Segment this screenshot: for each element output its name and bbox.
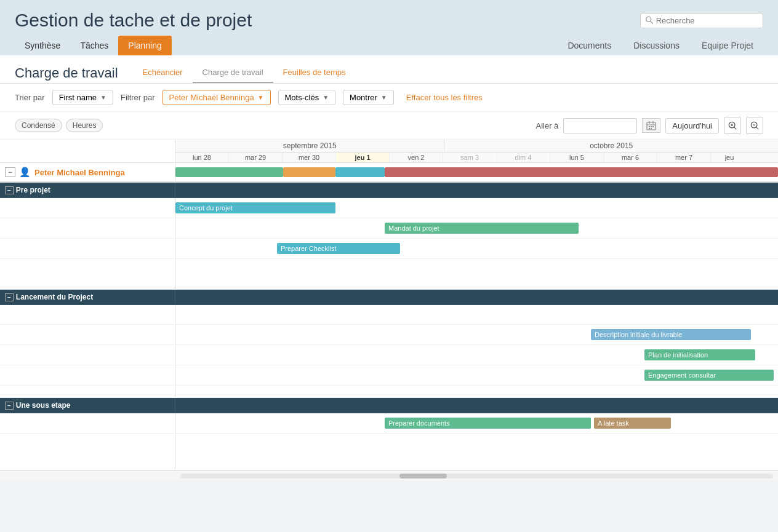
nav-equipe-projet[interactable]: Equipe Projet bbox=[692, 36, 763, 55]
filter-dropdown[interactable]: Peter Michael Benninga ▼ bbox=[162, 90, 271, 105]
task-row-engagement: Engagement consultar bbox=[0, 365, 778, 386]
task-bar-late[interactable]: A late task bbox=[594, 418, 671, 429]
resource-name[interactable]: Peter Michael Benninga bbox=[34, 168, 125, 177]
scrollbar-track[interactable] bbox=[180, 474, 773, 478]
zoom-out-btn[interactable] bbox=[746, 117, 763, 134]
section-pre-projet-title: Pre projet bbox=[16, 186, 50, 194]
task-lancement-empty-left bbox=[0, 305, 175, 324]
task-label-mandat bbox=[0, 218, 175, 238]
section-pre-projet-label: − Pre projet bbox=[0, 183, 175, 197]
nav-taches[interactable]: Tâches bbox=[70, 36, 118, 55]
day-lun28: lun 28 bbox=[175, 153, 229, 162]
section-lancement-toggle[interactable]: − bbox=[5, 293, 14, 301]
task-lancement-empty-right bbox=[175, 305, 778, 324]
empty-row-lancement bbox=[0, 386, 778, 398]
svg-rect-9 bbox=[649, 128, 650, 129]
filter-arrow-icon: ▼ bbox=[258, 94, 264, 101]
task-bar-engagement[interactable]: Engagement consultar bbox=[644, 370, 774, 381]
person-icon: 👤 bbox=[19, 167, 31, 178]
nav-discussions[interactable]: Discussions bbox=[624, 36, 689, 55]
section-sous-etape-bar-area bbox=[175, 398, 778, 413]
day-lun5: lun 5 bbox=[550, 153, 604, 162]
subheader: Charge de travail Echéancier Charge de t… bbox=[0, 55, 778, 84]
task-label-documents bbox=[0, 413, 175, 433]
show-arrow-icon: ▼ bbox=[381, 94, 387, 101]
controls-row: Condensé Heures Aller à Aujourd'hui bbox=[0, 112, 778, 140]
month-oct: octobre 2015 bbox=[444, 140, 778, 152]
task-bars-plan: Plan de initialisation bbox=[175, 345, 778, 365]
controls-left: Condensé Heures bbox=[15, 119, 103, 132]
calendar-icon[interactable] bbox=[642, 118, 660, 133]
section-souse-etape-header: − Une sous etape bbox=[0, 398, 778, 413]
tab-feuilles-temps[interactable]: Feuilles de temps bbox=[273, 63, 356, 83]
subheader-inner: Charge de travail Echéancier Charge de t… bbox=[15, 55, 763, 83]
condensed-btn[interactable]: Condensé bbox=[15, 119, 62, 132]
nav-left: Synthèse Tâches Planning bbox=[15, 36, 172, 55]
task-row-checklist: Preparer Checklist bbox=[0, 239, 778, 259]
today-btn[interactable]: Aujourd'hui bbox=[665, 118, 719, 133]
aller-label: Aller à bbox=[536, 121, 559, 130]
task-row-lancement-empty bbox=[0, 305, 778, 325]
section-lancement-title: Lancement du Project bbox=[16, 293, 93, 301]
controls-right: Aller à Aujourd'hui bbox=[536, 117, 764, 134]
svg-line-1 bbox=[651, 22, 653, 24]
svg-line-14 bbox=[734, 127, 737, 130]
clear-filters-btn[interactable]: Effacer tous les filtres bbox=[406, 93, 483, 102]
task-bar-description[interactable]: Description initiale du livrable bbox=[591, 329, 751, 340]
search-box[interactable] bbox=[640, 13, 763, 28]
day-mer30: mer 30 bbox=[283, 153, 336, 162]
task-bar-concept[interactable]: Concept du projet bbox=[175, 202, 335, 213]
empty-row-bottom bbox=[0, 434, 778, 470]
scrollbar-thumb[interactable] bbox=[399, 474, 447, 478]
section-sous-etape-label: − Une sous etape bbox=[0, 398, 175, 413]
section-pre-projet-toggle[interactable]: − bbox=[5, 186, 14, 194]
gantt-header-right: septembre 2015 octobre 2015 lun 28 mar 2… bbox=[175, 140, 778, 162]
task-bar-checklist[interactable]: Preparer Checklist bbox=[277, 243, 400, 254]
month-sep: septembre 2015 bbox=[175, 140, 444, 152]
sort-label: Trier par bbox=[15, 93, 45, 102]
hours-btn[interactable]: Heures bbox=[66, 119, 103, 132]
resource-bars bbox=[175, 163, 778, 181]
day-mar6: mar 6 bbox=[604, 153, 657, 162]
svg-rect-6 bbox=[649, 126, 650, 127]
section-lancement-bar-area bbox=[175, 290, 778, 304]
resource-collapse-btn[interactable]: − bbox=[5, 167, 15, 177]
task-bars-concept: Concept du projet bbox=[175, 198, 778, 218]
task-bar-documents[interactable]: Preparer documents bbox=[385, 418, 591, 429]
empty-left-pre-projet bbox=[0, 259, 175, 289]
day-ven2: ven 2 bbox=[390, 153, 443, 162]
app-header: Gestion de tache et de projet Synthèse T… bbox=[0, 0, 778, 55]
keywords-dropdown[interactable]: Mots-clés ▼ bbox=[278, 90, 336, 105]
task-row-documents: Preparer documents A late task bbox=[0, 413, 778, 434]
show-dropdown[interactable]: Montrer ▼ bbox=[343, 90, 394, 105]
app-title: Gestion de tache et de projet bbox=[15, 10, 252, 31]
nav-planning[interactable]: Planning bbox=[118, 36, 172, 55]
scrollbar-area bbox=[0, 470, 778, 480]
keywords-label: Mots-clés bbox=[285, 93, 319, 102]
svg-line-17 bbox=[756, 127, 759, 130]
resource-bar-red bbox=[385, 167, 778, 177]
day-jeu1: jeu 1 bbox=[336, 153, 390, 162]
resource-bar-teal bbox=[335, 167, 385, 177]
resource-row: − 👤 Peter Michael Benninga bbox=[0, 163, 778, 183]
section-lancement-header: − Lancement du Project bbox=[0, 290, 778, 305]
section-pre-projet-bar-area bbox=[175, 183, 778, 197]
section-pre-projet-header: − Pre projet bbox=[0, 183, 778, 198]
section-sous-etape-toggle[interactable]: − bbox=[5, 402, 14, 410]
sort-dropdown[interactable]: First name ▼ bbox=[52, 90, 113, 105]
task-row-mandat: Mandat du projet bbox=[0, 218, 778, 239]
task-bar-plan[interactable]: Plan de initialisation bbox=[644, 349, 755, 360]
nav-synthese[interactable]: Synthèse bbox=[15, 36, 70, 55]
date-input[interactable] bbox=[563, 118, 637, 133]
day-sam3: sam 3 bbox=[443, 153, 497, 162]
task-row-concept: Concept du projet bbox=[0, 198, 778, 218]
header-top: Gestion de tache et de projet bbox=[15, 10, 763, 31]
task-label-description bbox=[0, 325, 175, 344]
task-bar-mandat[interactable]: Mandat du projet bbox=[385, 223, 579, 234]
empty-left-lancement bbox=[0, 386, 175, 397]
nav-documents[interactable]: Documents bbox=[558, 36, 621, 55]
tab-echeancier[interactable]: Echéancier bbox=[133, 63, 193, 83]
tab-charge-travail[interactable]: Charge de travail bbox=[193, 63, 273, 83]
zoom-in-btn[interactable] bbox=[724, 117, 741, 134]
search-input[interactable] bbox=[656, 16, 758, 25]
